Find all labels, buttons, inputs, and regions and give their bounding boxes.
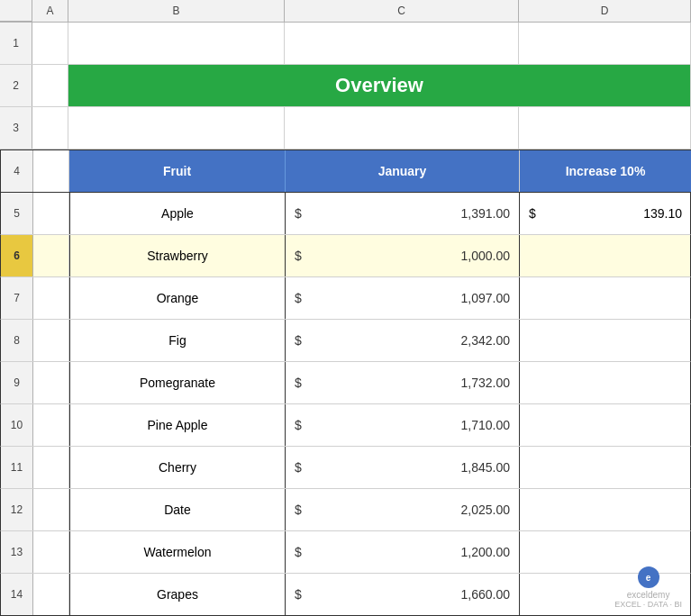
fruit-7: Orange: [69, 277, 286, 319]
fruit-5: Apple: [69, 193, 286, 234]
dollar-sign-10: $: [286, 418, 322, 432]
cell-6a: [33, 235, 69, 276]
row-num-11: 11: [1, 447, 33, 488]
data-row-11: 11Cherry$1,845.00: [0, 447, 691, 489]
cell-2a: [32, 65, 68, 106]
cell-10a: [33, 404, 69, 446]
amount-value-11: 1,845.00: [322, 460, 519, 475]
increase-11: [520, 447, 691, 488]
cell-5a: [33, 193, 69, 234]
cell-11a: [33, 447, 69, 488]
row-1: 1: [0, 23, 691, 65]
fruit-13: Watermelon: [69, 531, 286, 573]
increase-9: [520, 362, 691, 403]
row-num-1: 1: [0, 23, 32, 64]
title-cell: Overview: [68, 65, 691, 106]
data-row-6: 6Strawberry$1,000.00: [0, 235, 691, 277]
row-num-2: 2: [0, 65, 32, 106]
watermark-text: exceldemy: [627, 590, 670, 600]
fruit-11: Cherry: [69, 447, 286, 488]
amount-value-6: 1,000.00: [322, 249, 519, 263]
row-num-10: 10: [1, 404, 33, 446]
amount-9: $1,732.00: [286, 362, 520, 403]
amount-value-9: 1,732.00: [322, 376, 519, 390]
column-headers: A B C D: [0, 0, 691, 23]
amount-11: $1,845.00: [286, 447, 520, 488]
cell-9a: [33, 362, 69, 403]
rows-area: 1 2 Overview 3 4 Fruit January Increase: [0, 23, 691, 616]
increase-8: [520, 320, 691, 361]
spreadsheet: A B C D 1 2 Overview 3 4: [0, 0, 691, 616]
amount-14: $1,660.00: [286, 574, 520, 615]
row-num-4: 4: [1, 150, 33, 192]
cell-12a: [33, 489, 69, 530]
watermark-subtext: EXCEL · DATA · BI: [614, 600, 682, 609]
dollar-sign-8: $: [286, 333, 322, 348]
amount-5: $1,391.00: [286, 193, 520, 234]
fruit-12: Date: [69, 489, 286, 530]
col-header-b: B: [68, 0, 285, 22]
data-row-5: 5Apple$1,391.00$139.10: [0, 193, 691, 235]
dollar-sign-6: $: [286, 249, 322, 263]
cell-7a: [33, 277, 69, 319]
row-num-12: 12: [1, 489, 33, 530]
cell-4a: [33, 150, 69, 192]
header-increase: Increase 10%: [520, 150, 691, 192]
data-row-9: 9Pomegranate$1,732.00: [0, 362, 691, 404]
watermark: e exceldemy EXCEL · DATA · BI: [614, 566, 682, 609]
increase-12: [520, 489, 691, 530]
header-january: January: [286, 150, 520, 192]
fruit-9: Pomegranate: [69, 362, 286, 403]
amount-13: $1,200.00: [286, 531, 520, 573]
data-row-7: 7Orange$1,097.00: [0, 277, 691, 320]
amount-value-13: 1,200.00: [322, 545, 519, 559]
row-num-6: 6: [1, 235, 33, 276]
data-row-10: 10Pine Apple$1,710.00: [0, 404, 691, 447]
row-num-13: 13: [1, 531, 33, 573]
amount-value-7: 1,097.00: [322, 291, 519, 305]
data-row-14: 14Grapes$1,660.00: [0, 574, 691, 616]
dollar-sign-7: $: [286, 291, 322, 305]
cell-1b: [68, 23, 285, 64]
dollar-sign-9: $: [286, 376, 322, 390]
cell-3a: [32, 107, 68, 149]
amount-10: $1,710.00: [286, 404, 520, 446]
dollar-sign-5: $: [286, 206, 322, 221]
amount-8: $2,342.00: [286, 320, 520, 361]
cell-1a: [32, 23, 68, 64]
cell-1c: [285, 23, 519, 64]
row-4-headers: 4 Fruit January Increase 10%: [0, 149, 691, 193]
row-num-3: 3: [0, 107, 32, 149]
header-fruit: Fruit: [69, 150, 286, 192]
inc-dollar-5: $: [520, 206, 556, 221]
row-3: 3: [0, 107, 691, 149]
cell-8a: [33, 320, 69, 361]
dollar-sign-13: $: [286, 545, 322, 559]
row-num-9: 9: [1, 362, 33, 403]
col-header-d: D: [519, 0, 691, 22]
increase-6: [520, 235, 691, 276]
increase-10: [520, 404, 691, 446]
row-num-8: 8: [1, 320, 33, 361]
fruit-14: Grapes: [69, 574, 286, 615]
cell-1d: [519, 23, 691, 64]
dollar-sign-12: $: [286, 503, 322, 517]
col-header-c: C: [285, 0, 519, 22]
amount-value-10: 1,710.00: [322, 418, 519, 432]
fruit-10: Pine Apple: [69, 404, 286, 446]
cell-3c: [285, 107, 519, 149]
watermark-icon: e: [638, 566, 659, 588]
amount-7: $1,097.00: [286, 277, 520, 319]
amount-value-12: 2,025.00: [322, 503, 519, 517]
data-row-13: 13Watermelon$1,200.00: [0, 531, 691, 574]
amount-value-14: 1,660.00: [322, 587, 519, 602]
row-num-7: 7: [1, 277, 33, 319]
amount-value-5: 1,391.00: [322, 206, 519, 221]
cell-14a: [33, 574, 69, 615]
cell-3b: [68, 107, 285, 149]
amount-value-8: 2,342.00: [322, 333, 519, 348]
increase-7: [520, 277, 691, 319]
data-rows: 5Apple$1,391.00$139.106Strawberry$1,000.…: [0, 193, 691, 616]
inc-amount-5: 139.10: [556, 206, 691, 221]
corner-cell: [0, 0, 32, 22]
